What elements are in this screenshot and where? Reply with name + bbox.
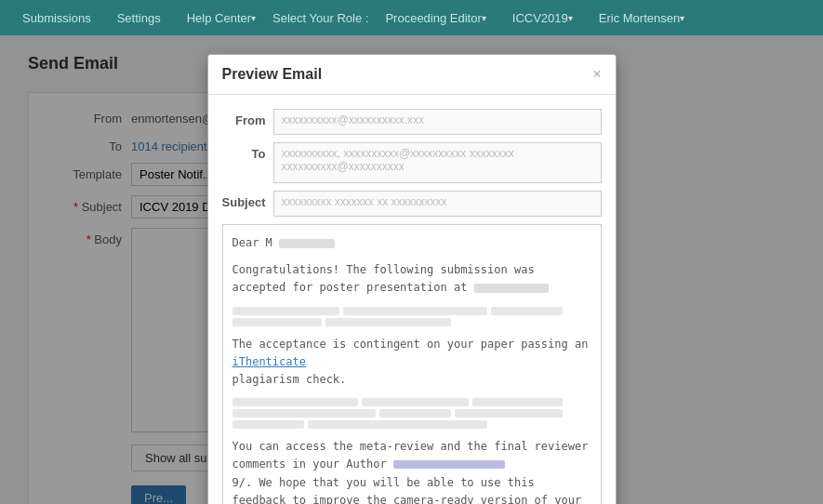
modal-subject-value: xxxxxxxxx xxxxxxx xx xxxxxxxxxx — [273, 191, 602, 217]
nav-role-value[interactable]: Proceeding Editor — [372, 0, 498, 35]
nav-role-label: Select Your Role : — [269, 11, 372, 25]
modal-to-value: xxxxxxxxxx, xxxxxxxxxx@xxxxxxxxxx xxxxxx… — [273, 142, 602, 183]
modal-from-value: xxxxxxxxxx@xxxxxxxxxx.xxx — [273, 109, 602, 135]
modal-overlay: Preview Email × From xxxxxxxxxx@xxxxxxxx… — [0, 35, 823, 504]
email-redacted-block1 — [232, 307, 591, 326]
navbar: Submissions Settings Help Center Select … — [0, 0, 823, 35]
modal-subject-label: Subject — [222, 191, 273, 209]
ithenticate-link[interactable]: iThenticate — [232, 355, 306, 368]
modal-to-label: To — [222, 142, 273, 161]
author-link[interactable] — [393, 460, 505, 469]
nav-conference[interactable]: ICCV2019 — [499, 0, 586, 35]
email-redacted-block2 — [232, 398, 591, 429]
nav-submissions[interactable]: Submissions — [9, 0, 104, 35]
preview-email-modal: Preview Email × From xxxxxxxxxx@xxxxxxxx… — [207, 54, 617, 504]
nav-settings[interactable]: Settings — [104, 0, 174, 35]
modal-email-body: Dear M Congratulations! The following su… — [222, 224, 602, 504]
nav-help-center[interactable]: Help Center — [174, 0, 269, 35]
email-salutation: Dear M — [232, 234, 591, 252]
email-para3: You can access the meta-review and the f… — [232, 438, 591, 504]
email-para1: Congratulations! The following submissio… — [232, 261, 591, 297]
modal-header: Preview Email × — [208, 55, 616, 95]
nav-user[interactable]: Eric Mortensen — [586, 0, 697, 35]
main-content: Send Email From enmortensen@... To 1014 … — [0, 35, 823, 504]
modal-close-button[interactable]: × — [592, 67, 601, 82]
modal-from-row: From xxxxxxxxxx@xxxxxxxxxx.xxx — [222, 109, 602, 135]
modal-from-label: From — [222, 109, 273, 127]
modal-body[interactable]: From xxxxxxxxxx@xxxxxxxxxx.xxx To xxxxxx… — [208, 95, 616, 504]
email-para2: The acceptance is contingent on your pap… — [232, 336, 591, 390]
modal-title: Preview Email — [222, 66, 323, 83]
modal-subject-row: Subject xxxxxxxxx xxxxxxx xx xxxxxxxxxx — [222, 191, 602, 217]
modal-to-row: To xxxxxxxxxx, xxxxxxxxxx@xxxxxxxxxx xxx… — [222, 142, 602, 183]
